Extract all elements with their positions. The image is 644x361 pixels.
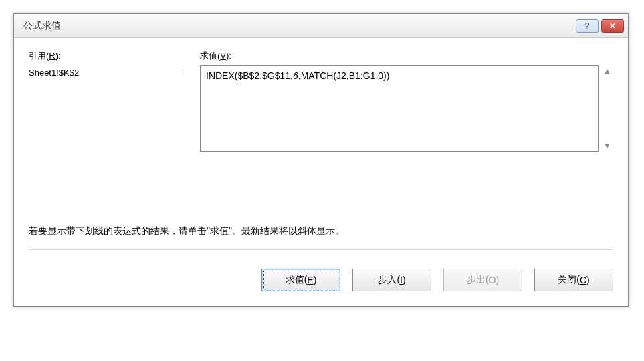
reference-label: 引用(R): [29, 50, 183, 62]
formula-display[interactable]: INDEX($B$2:$G$11,6,MATCH(J2,B1:G1,0)) [200, 65, 599, 152]
titlebar[interactable]: 公式求值 ? ✕ [14, 14, 628, 38]
window-close-button[interactable]: ✕ [601, 19, 624, 33]
main-row: Sheet1!$K$2 = INDEX($B$2:$G$11,6,MATCH(J… [29, 65, 613, 152]
evaluate-label: 求值(V): [200, 50, 613, 62]
scroll-down-icon[interactable]: ▼ [603, 141, 611, 150]
dialog-title: 公式求值 [23, 20, 573, 32]
step-in-button[interactable]: 步入(I) [352, 269, 431, 291]
button-row: 求值(E) 步入(I) 步出(O) 关闭(C) [14, 257, 628, 306]
scroll-up-icon[interactable]: ▲ [603, 66, 611, 76]
formula-area: INDEX($B$2:$G$11,6,MATCH(J2,B1:G1,0)) ▲ … [200, 65, 613, 152]
hint-text: 若要显示带下划线的表达式的结果，请单击"求值"。最新结果将以斜体显示。 [29, 225, 613, 250]
formula-scrollbar[interactable]: ▲ ▼ [599, 65, 613, 152]
labels-row: 引用(R): 求值(V): [29, 50, 613, 62]
close-icon: ✕ [609, 21, 616, 31]
reference-value: Sheet1!$K$2 [29, 65, 183, 78]
close-button[interactable]: 关闭(C) [534, 269, 613, 291]
step-out-button: 步出(O) [443, 269, 522, 291]
dialog-content: 引用(R): 求值(V): Sheet1!$K$2 = INDEX($B$2:$… [14, 38, 628, 257]
help-button[interactable]: ? [576, 19, 599, 33]
evaluate-button[interactable]: 求值(E) [261, 269, 340, 291]
evaluate-formula-dialog: 公式求值 ? ✕ 引用(R): 求值(V): Sheet1!$K$2 = IND… [13, 13, 629, 307]
help-icon: ? [585, 21, 590, 31]
equals-sign: = [183, 65, 200, 78]
